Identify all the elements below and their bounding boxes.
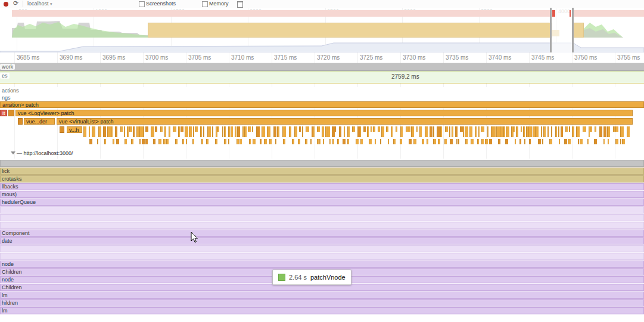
main-thread-header[interactable]: — http://localhost:3000/ <box>17 150 73 156</box>
flame-segment[interactable] <box>163 139 166 144</box>
flame-segment[interactable] <box>568 139 571 144</box>
flame-segment[interactable] <box>228 139 229 144</box>
call-row[interactable] <box>0 160 644 167</box>
flame-segment[interactable] <box>615 126 618 132</box>
flame-segment[interactable] <box>92 126 95 137</box>
flame-bar-small[interactable] <box>60 126 64 133</box>
flame-segment[interactable] <box>559 139 560 144</box>
flame-segment[interactable] <box>222 126 223 137</box>
screenshots-checkbox-label[interactable]: Screenshots <box>146 1 176 7</box>
flame-segment[interactable] <box>430 126 433 137</box>
flame-segment[interactable] <box>145 139 148 144</box>
flame-segment[interactable] <box>267 126 270 137</box>
flame-segment[interactable] <box>319 139 321 144</box>
flame-segment[interactable] <box>561 126 563 137</box>
flame-segment[interactable] <box>425 126 428 137</box>
timeline-overview[interactable]: 500 ms1000 ms1500 ms2000 ms2500 ms3000 m… <box>0 8 644 53</box>
flame-segment[interactable] <box>465 139 468 144</box>
flame-segment[interactable] <box>440 126 442 137</box>
flame-segment[interactable] <box>463 126 464 137</box>
flame-segment[interactable] <box>322 126 324 137</box>
flame-segment[interactable] <box>262 126 265 137</box>
flame-segment[interactable] <box>498 139 500 144</box>
flame-bar-vh[interactable]: v...h <box>67 126 82 133</box>
flame-segment[interactable] <box>328 126 330 137</box>
flame-segment[interactable] <box>416 126 418 132</box>
flame-bar-logviewer-patch[interactable]: vue <LogViewer> patch <box>15 110 633 116</box>
flame-segment[interactable] <box>237 126 240 137</box>
flame-segment[interactable] <box>547 126 549 137</box>
flame-segment[interactable] <box>542 139 543 144</box>
flame-segment[interactable] <box>206 139 209 144</box>
call-row[interactable] <box>0 222 644 229</box>
flame-segment[interactable] <box>306 126 309 132</box>
flame-segment[interactable] <box>375 139 376 144</box>
flame-segment[interactable] <box>283 139 285 144</box>
flame-bar-small[interactable] <box>18 118 23 125</box>
flame-segment[interactable] <box>409 139 412 144</box>
flame-segment[interactable] <box>465 126 468 137</box>
flame-segment[interactable] <box>381 126 384 137</box>
flame-segment[interactable] <box>185 126 188 137</box>
flame-segment[interactable] <box>89 139 92 144</box>
flame-segment[interactable] <box>411 126 414 137</box>
flame-segment[interactable] <box>587 139 589 144</box>
flame-segment[interactable] <box>347 126 350 137</box>
flame-segment[interactable] <box>620 126 624 137</box>
flame-segment[interactable] <box>489 139 492 144</box>
flame-segment[interactable] <box>305 139 307 144</box>
flame-segment[interactable] <box>369 139 372 144</box>
flame-segment[interactable] <box>178 126 180 137</box>
flame-segment[interactable] <box>339 126 341 137</box>
flame-segment[interactable] <box>373 126 375 132</box>
flame-segment[interactable] <box>503 126 505 137</box>
flame-segment[interactable] <box>264 139 267 144</box>
flame-segment[interactable] <box>393 139 396 144</box>
flame-segment[interactable] <box>433 126 434 137</box>
flame-segment[interactable] <box>622 139 625 144</box>
flame-segment[interactable] <box>444 139 447 144</box>
flame-segment[interactable] <box>519 139 521 144</box>
flame-segment[interactable] <box>289 126 291 137</box>
flame-segment[interactable] <box>244 126 247 137</box>
flame-segment[interactable] <box>323 139 324 144</box>
flame-segment[interactable] <box>400 126 403 137</box>
flame-segment[interactable] <box>237 139 239 144</box>
flame-segment[interactable] <box>555 126 557 137</box>
flame-segment[interactable] <box>529 139 531 144</box>
flame-segment[interactable] <box>409 126 410 132</box>
flame-segment[interactable] <box>212 126 213 137</box>
flame-segment[interactable] <box>125 139 127 144</box>
call-row-lm[interactable]: lm <box>0 292 644 299</box>
flame-segment[interactable] <box>388 139 389 144</box>
flame-segment[interactable] <box>310 139 312 144</box>
flame-segment[interactable] <box>329 139 331 144</box>
flame-segment[interactable] <box>569 126 570 132</box>
flame-segment[interactable] <box>111 126 113 137</box>
flame-segment[interactable] <box>200 126 202 137</box>
flame-segment[interactable] <box>580 139 583 144</box>
call-row-hildren[interactable]: hildren <box>0 299 644 306</box>
flame-segment[interactable] <box>413 139 416 144</box>
flame-segment[interactable] <box>103 126 106 137</box>
flame-segment[interactable] <box>252 126 253 132</box>
flame-segment[interactable] <box>378 126 380 132</box>
flame-segment[interactable] <box>469 126 472 137</box>
frames-track[interactable] <box>0 71 644 83</box>
flame-segment[interactable] <box>181 126 183 132</box>
memory-checkbox-label[interactable]: Memory <box>209 1 229 7</box>
flame-segment[interactable] <box>201 139 203 144</box>
flame-segment[interactable] <box>160 126 163 132</box>
flame-segment[interactable] <box>269 139 272 144</box>
call-row-lick[interactable]: lick <box>0 168 644 175</box>
flame-segment[interactable] <box>335 126 336 132</box>
flame-segment[interactable] <box>83 126 86 137</box>
selection-handle-right[interactable] <box>572 8 574 52</box>
flame-segment[interactable] <box>193 126 194 137</box>
flame-segment[interactable] <box>538 139 541 144</box>
flame-segment[interactable] <box>215 139 217 144</box>
flame-segment[interactable] <box>89 126 90 137</box>
flame-segment[interactable] <box>129 126 132 132</box>
flame-segment[interactable] <box>224 139 226 144</box>
flame-segment[interactable] <box>477 139 479 144</box>
